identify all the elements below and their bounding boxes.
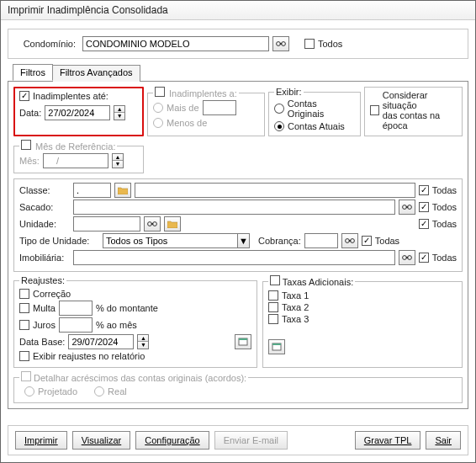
inadimplentes-ate-checkbox[interactable] [19,91,29,101]
todos-condo-checkbox[interactable] [304,39,315,49]
svg-point-7 [153,222,157,226]
detalhar-checkbox [21,371,31,381]
svg-point-9 [345,239,349,243]
exibir-title: Exibir: [274,87,304,97]
tab-filtros[interactable]: Filtros [13,64,53,81]
cobranca-input[interactable] [304,233,338,248]
inadimplentes-a-checkbox[interactable] [155,87,165,97]
taxa3-checkbox[interactable] [268,314,278,324]
mes-input [43,153,108,168]
enviar-email-button: Enviar E-mail [214,431,288,450]
svg-point-6 [148,222,152,226]
considerar-checkbox[interactable] [370,105,379,115]
imobiliaria-label: Imobiliária: [19,253,70,263]
classe-name-input[interactable] [135,183,415,198]
mes-ref-checkbox[interactable] [21,140,31,150]
data-base-tool-icon[interactable] [235,334,251,349]
imobiliaria-search-icon[interactable] [399,250,415,265]
mais-de-radio [153,103,163,113]
juros-suffix: % ao mês [96,320,137,330]
taxas-checkbox[interactable] [270,275,280,285]
contas-atuais-radio[interactable] [274,121,284,131]
spinner-down-icon[interactable]: ▼ [138,342,148,349]
window-title: Imprimir Inadimplência Consolidada [1,1,475,20]
svg-rect-5 [405,206,407,208]
data-spinner[interactable]: ▲ ▼ [114,105,125,120]
unidade-input[interactable] [73,216,140,232]
mes-spinner: ▲ ▼ [112,153,124,168]
exibir-reajustes-checkbox[interactable] [19,351,29,361]
configuracao-button[interactable]: Configuração [135,431,209,450]
condo-input[interactable] [82,36,269,51]
svg-rect-8 [151,223,153,225]
unidade-todas-label: Todas [432,219,457,229]
unidade-todas-checkbox[interactable] [419,219,429,229]
search-condo-icon[interactable] [272,36,289,51]
contas-originais-radio[interactable] [274,104,284,114]
tabs: Filtros Filtros Avançados [8,64,468,82]
svg-rect-18 [272,343,281,345]
spinner-down-icon: ▼ [113,161,123,168]
taxa1-checkbox[interactable] [268,290,278,301]
real-label: Real [108,386,127,396]
sacado-input[interactable] [73,200,395,215]
condo-label: Condomínio: [17,39,76,49]
tab-avancados[interactable]: Filtros Avançados [52,65,140,82]
visualizar-button[interactable]: Visualizar [72,431,131,450]
taxas-tool-icon[interactable] [268,339,285,354]
sacado-label: Sacado: [19,202,70,212]
cobranca-search-icon[interactable] [341,233,358,248]
classe-todas-label: Todas [432,185,457,195]
imobiliaria-input[interactable] [73,250,395,265]
tipo-unidade-value: Todos os Tipos [103,236,237,246]
tipo-unidade-combo[interactable]: Todos os Tipos ▼ [103,233,250,248]
tipo-unidade-label: Tipo de Unidade: [19,236,99,246]
considerar-label-2: das contas na época [383,110,457,130]
svg-point-1 [282,42,286,46]
unidade-search-icon[interactable] [144,216,161,232]
taxa2-checkbox[interactable] [268,302,278,312]
data-base-input[interactable] [68,334,134,349]
taxas-title: Taxas Adicionais: [283,277,353,287]
dropdown-icon[interactable]: ▼ [237,234,249,247]
svg-point-4 [407,205,411,210]
mais-de-input [203,100,236,115]
imprimir-button[interactable]: Imprimir [15,431,67,450]
spinner-up-icon: ▲ [113,154,123,161]
classe-code-input[interactable] [73,183,111,198]
sacado-search-icon[interactable] [399,200,415,215]
considerar-label-1: Considerar situação [383,90,457,110]
spinner-up-icon[interactable]: ▲ [114,106,124,113]
correcao-checkbox[interactable] [19,289,29,299]
detalhar-title: Detalhar acréscimos das contas originais… [34,373,246,383]
svg-rect-16 [239,338,247,340]
sair-button[interactable]: Sair [426,431,461,450]
unidade-label: Unidade: [19,219,70,229]
spinner-up-icon[interactable]: ▲ [138,335,148,342]
button-bar: Imprimir Visualizar Configuração Enviar … [8,425,468,455]
projetado-radio [24,386,34,396]
data-base-spinner[interactable]: ▲ ▼ [137,334,149,349]
imobiliaria-todas-checkbox[interactable] [419,253,429,263]
sacado-todos-checkbox[interactable] [419,202,429,212]
gravar-tpl-button[interactable]: Gravar TPL [355,431,421,450]
multa-label: Multa [33,303,56,313]
classe-label: Classe: [19,185,70,195]
spinner-down-icon[interactable]: ▼ [114,113,124,120]
mes-label: Mês: [19,156,40,166]
classe-browse-icon[interactable] [114,183,131,198]
classe-todas-checkbox[interactable] [419,185,429,195]
svg-rect-2 [280,43,282,45]
multa-input[interactable] [59,301,93,316]
taxa1-label: Taxa 1 [282,290,309,301]
juros-input[interactable] [59,317,93,333]
data-input[interactable] [45,105,110,120]
multa-checkbox[interactable] [19,303,29,313]
cobranca-todas-checkbox[interactable] [362,236,372,246]
svg-rect-14 [405,257,407,258]
contas-originais-label: Contas Originais [288,98,355,119]
juros-checkbox[interactable] [19,320,29,330]
unidade-browse-icon[interactable] [164,216,181,232]
svg-point-0 [277,42,281,46]
svg-point-10 [350,239,354,243]
